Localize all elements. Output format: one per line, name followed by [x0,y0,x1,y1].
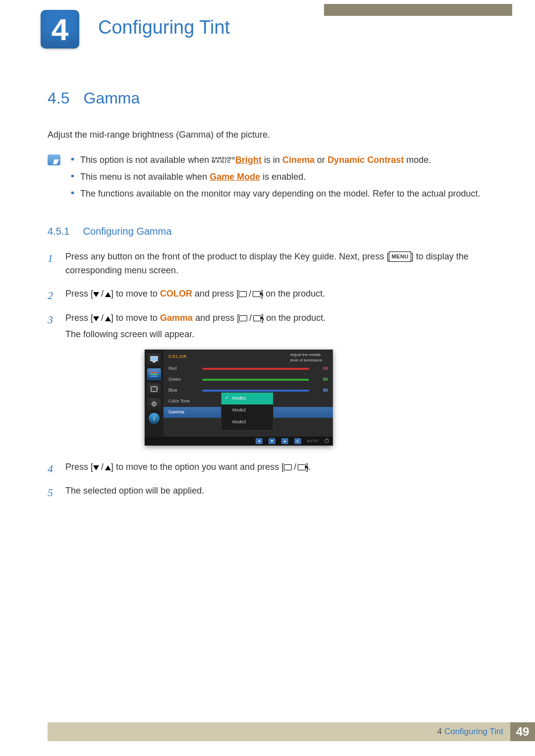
chapter-number-badge: 4 [41,10,79,49]
step-5: 5 The selected option will be applied. [48,484,493,501]
step-1: 1 Press any button on the front of the p… [48,250,493,281]
up-arrow-icon [105,465,111,470]
osd-footer: ◂ ▾ ▴ ↲ AUTO [145,437,333,446]
text: ] on the product. [261,289,325,299]
svg-rect-2 [151,372,158,373]
source-icon [239,291,247,297]
osd-help-text: Adjust the middle level of luminance. [287,352,333,364]
osd-nav-down-icon: ▾ [268,438,275,444]
text: Press any button on the front of the pro… [65,252,389,261]
text: is in [262,155,282,165]
osd-power-icon [324,439,329,443]
text: ] to move to [111,313,160,323]
text: Press [ [65,289,93,299]
section-number: 4.5 [48,89,69,107]
text: and press [ [192,289,239,299]
link-bright[interactable]: Bright [235,155,262,165]
source-icon [284,464,292,470]
text: The selected option will be applied. [65,484,493,498]
osd-slider-blue [202,390,309,392]
osd-option-mode3: Mode3 [221,416,273,428]
osd-tab-size-icon [147,383,161,395]
osd-tab-strip: i [145,350,163,437]
osd-label: Green [168,376,197,383]
osd-row-green: Green 50 [163,374,333,385]
osd-option-mode2: Mode2 [221,404,273,416]
note-item-2: This menu is not available when Game Mod… [71,170,493,184]
osd-slider-red [202,368,309,370]
text: ] to move to the option you want and pre… [111,462,284,472]
dynamic-contrast-label: Dynamic Contrast [327,155,404,165]
text: is enabled. [260,172,306,182]
osd-value: 50 [317,376,328,383]
osd-screenshot: i COLOR Adjust the middle level of lumin… [145,350,333,446]
text: Press [ [65,313,93,323]
text: The following screen will appear. [65,328,493,342]
footer-chapter-name: Configuring Tint [444,727,503,736]
svg-rect-3 [151,374,158,375]
down-arrow-icon [93,316,99,321]
note-icon [48,154,60,165]
source-icon [239,315,247,321]
osd-option-mode1: Mode1 [221,393,273,404]
color-label: COLOR [160,289,192,299]
footer-page-number: 49 [510,722,535,741]
osd-tab-info-icon: i [149,413,160,424]
section-title: Gamma [83,89,140,107]
osd-auto-label: AUTO [307,439,319,444]
note-item-1: This option is not available when SAMSUN… [71,153,493,167]
text: This option is not available when [80,155,212,165]
subsection-title: Configuring Gamma [83,226,172,237]
text: This menu is not available when [80,172,210,182]
osd-label: Gamma [168,409,197,416]
osd-nav-up-icon: ▴ [281,438,288,444]
step-number: 5 [48,484,56,501]
svg-text:i: i [153,415,155,421]
subsection-number: 4.5.1 [48,226,80,237]
header-color-band [324,4,512,16]
footer-chapter-number: 4 [437,727,442,736]
subsection-heading: 4.5.1 Configuring Gamma [48,226,493,237]
osd-label: Color Tone [168,398,197,405]
text: mode. [404,155,431,165]
page-content: 4.5 Gamma Adjust the mid-range brightnes… [48,89,493,508]
up-arrow-icon [105,316,111,321]
osd-slider-green [202,379,309,381]
svg-rect-1 [153,361,156,362]
enter-icon [298,464,306,470]
section-intro: Adjust the mid-range brightness (Gamma) … [48,128,493,142]
osd-tab-setup-icon [147,398,161,410]
text: Press [ [65,462,93,472]
osd-value: 50 [317,365,328,372]
step-2: 2 Press [ / ] to move to COLOR and press… [48,287,493,304]
osd-tab-picture-icon [147,353,161,365]
osd-gamma-options-popup: Mode1 Mode2 Mode3 [221,392,273,431]
svg-point-7 [154,403,155,405]
text: and press [ [193,313,239,323]
samsung-magic-logo: SAMSUNGMAGIC [212,157,235,164]
step-number: 1 [48,250,56,281]
section-heading: 4.5 Gamma [48,89,493,107]
step-number: 3 [48,311,56,454]
down-arrow-icon [93,465,99,470]
text: ] on the product. [261,313,325,323]
link-game-mode[interactable]: Game Mode [210,172,260,182]
step-3: 3 Press [ / ] to move to Gamma and press… [48,311,493,454]
osd-value: 50 [317,387,328,394]
step-number: 2 [48,287,56,304]
svg-rect-4 [151,376,158,377]
svg-rect-0 [151,356,158,361]
osd-row-red: Red 50 [163,363,333,374]
text: or [315,155,327,165]
step-4: 4 Press [ / ] to move to the option you … [48,460,493,477]
down-arrow-icon [93,292,99,297]
enter-icon [253,315,261,321]
note-block: This option is not available when SAMSUN… [48,153,493,204]
enter-icon [253,291,261,297]
cinema-label: Cinema [282,155,315,165]
osd-label: Blue [168,387,197,394]
up-arrow-icon [105,292,111,297]
osd-nav-left-icon: ◂ [256,438,263,444]
text: ] to move to [111,289,160,299]
note-item-3: The functions available on the monitor m… [71,187,493,201]
